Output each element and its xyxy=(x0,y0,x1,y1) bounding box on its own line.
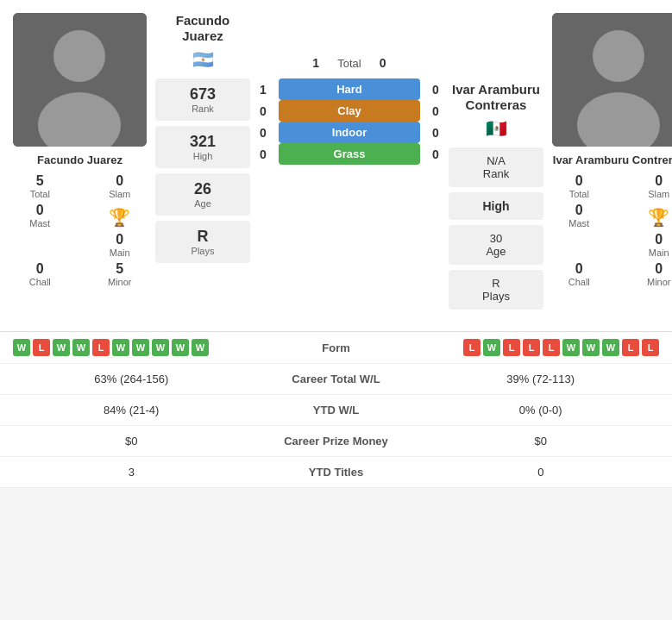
player1-rank-lbl: Rank xyxy=(159,103,247,114)
p1-form-0: W xyxy=(13,339,30,356)
player2-stats: 0 Total 0 Slam 0 Mast 🏆 0 Main xyxy=(548,173,672,287)
stats-label-2: Career Prize Money xyxy=(250,435,423,448)
p1-grass-score: 0 xyxy=(254,147,272,161)
p1-form-9: W xyxy=(192,339,209,356)
total-label: Total xyxy=(337,57,361,70)
player2-slam: 0 Slam xyxy=(628,173,673,199)
surface-rows: 1 Hard 0 0 Clay 0 0 Indoor 0 0 Grass 0 xyxy=(254,78,444,165)
stats-label-0: Career Total W/L xyxy=(250,373,423,385)
p1-form-badges: WLWWLWWWWW xyxy=(13,339,280,356)
p1-hard-score: 1 xyxy=(254,83,272,97)
player1-slam: 0 Slam xyxy=(89,173,152,199)
form-label: Form xyxy=(280,341,393,354)
player1-card: Facundo Juarez 5 Total 0 Slam 0 Mast 🏆 xyxy=(9,13,151,310)
player1-middle-stats: Facundo Juarez 🇦🇷 673 Rank 321 High 26 A… xyxy=(155,13,250,310)
player2-flag: 🇲🇽 xyxy=(486,118,507,139)
p1-form-3: W xyxy=(72,339,90,356)
stats-label-3: YTD Titles xyxy=(250,466,423,479)
indoor-badge: Indoor xyxy=(279,122,420,143)
total-row: 1 Total 0 xyxy=(307,56,391,70)
player1-mast: 0 Mast xyxy=(9,203,72,229)
player2-name-center: Ivar Aramburu Contreras xyxy=(449,82,543,113)
player2-rank-box: N/A Rank xyxy=(449,147,543,187)
player1-high-lbl: High xyxy=(159,151,247,161)
player2-rank-val: N/A xyxy=(452,154,540,167)
p2-clay-score: 0 xyxy=(427,104,444,118)
player1-flag: 🇦🇷 xyxy=(192,49,214,70)
player1-rank-box: 673 Rank xyxy=(155,78,250,121)
player2-chall: 0 Chall xyxy=(548,261,611,287)
p2-form-3: L xyxy=(523,339,540,356)
player2-name: Ivar Aramburu Contreras xyxy=(553,153,672,166)
bottom-section: WLWWLWWWWW Form LWLLLWWWLL 63% (264-156)… xyxy=(0,331,672,488)
p2-form-9: L xyxy=(642,339,659,356)
hard-badge: Hard xyxy=(279,78,420,100)
p2-form-1: W xyxy=(483,339,500,356)
trophy-center: 🏆 xyxy=(89,203,152,229)
stats-p2-2: $0 xyxy=(423,435,660,448)
svg-point-4 xyxy=(593,30,644,82)
player2-right-stats: Ivar Aramburu Contreras🇲🇽 N/A Rank High … xyxy=(449,13,543,310)
player2-avatar xyxy=(552,13,672,147)
player2-age-val: 30 xyxy=(452,232,540,245)
player1-name-center: Facundo Juarez xyxy=(155,13,250,44)
p2-form-6: W xyxy=(582,339,600,356)
p1-form-8: W xyxy=(172,339,189,356)
players-section: Facundo Juarez 5 Total 0 Slam 0 Mast 🏆 xyxy=(0,0,672,323)
p2-form-4: L xyxy=(543,339,560,356)
trophy-icon: 🏆 xyxy=(109,207,130,228)
p2-indoor-score: 0 xyxy=(427,126,444,140)
player1-high-box: 321 High xyxy=(155,126,250,168)
p2-form-2: L xyxy=(503,339,520,356)
player1-age-lbl: Age xyxy=(159,198,247,209)
surface-row-hard: 1 Hard 0 xyxy=(254,78,444,100)
player1-plays-lbl: Plays xyxy=(159,246,247,256)
player1-name: Facundo Juarez xyxy=(37,153,122,166)
center-scores: 1 Total 0 1 Hard 0 0 Clay 0 0 Indoor 0 0… xyxy=(254,13,444,310)
stats-row-0: 63% (264-156) Career Total W/L 39% (72-1… xyxy=(0,364,672,395)
stats-row-2: $0 Career Prize Money $0 xyxy=(0,426,672,457)
main-container: Facundo Juarez 5 Total 0 Slam 0 Mast 🏆 xyxy=(0,0,672,488)
player1-high-val: 321 xyxy=(159,133,247,151)
p1-clay-score: 0 xyxy=(254,104,272,118)
trophy-icon-2: 🏆 xyxy=(648,207,669,228)
player1-rank-val: 673 xyxy=(159,85,247,103)
p1-total-score: 1 xyxy=(307,56,324,70)
player2-card: Ivar Aramburu Contreras 0 Total 0 Slam 0… xyxy=(548,13,672,310)
stats-rows-container: 63% (264-156) Career Total W/L 39% (72-1… xyxy=(0,364,672,488)
clay-badge: Clay xyxy=(279,100,420,122)
player2-total: 0 Total xyxy=(548,173,611,199)
p2-total-score: 0 xyxy=(374,56,392,70)
player1-plays-val: R xyxy=(159,228,247,246)
player2-high-val: High xyxy=(452,199,540,213)
surface-row-clay: 0 Clay 0 xyxy=(254,100,444,122)
player2-high-box: High xyxy=(449,192,543,220)
surface-row-grass: 0 Grass 0 xyxy=(254,143,444,165)
stats-p2-1: 0% (0-0) xyxy=(423,404,660,416)
stats-p1-1: 84% (21-4) xyxy=(13,404,250,416)
player2-plays-val: R xyxy=(452,277,540,290)
player2-minor: 0 Minor xyxy=(628,261,673,287)
stats-p2-0: 39% (72-113) xyxy=(423,373,660,385)
stats-row-3: 3 YTD Titles 0 xyxy=(0,457,672,488)
player2-plays-box: R Plays xyxy=(449,270,543,310)
player2-mast: 0 Mast xyxy=(548,203,611,229)
player1-main: 0 Main xyxy=(89,232,152,258)
p2-form-7: W xyxy=(602,339,619,356)
p2-grass-score: 0 xyxy=(427,147,444,161)
p1-form-7: W xyxy=(152,339,169,356)
form-row: WLWWLWWWWW Form LWLLLWWWLL xyxy=(0,332,672,364)
player1-plays-box: R Plays xyxy=(155,221,250,263)
p2-form-8: L xyxy=(622,339,639,356)
p1-form-1: L xyxy=(33,339,50,356)
player1-total: 5 Total xyxy=(9,173,72,199)
p2-form-5: W xyxy=(562,339,580,356)
stats-row-1: 84% (21-4) YTD W/L 0% (0-0) xyxy=(0,395,672,426)
p2-hard-score: 0 xyxy=(427,83,444,97)
player2-age-box: 30 Age xyxy=(449,225,543,265)
player2-rank-lbl: Rank xyxy=(452,167,540,180)
p1-form-2: W xyxy=(53,339,70,356)
p1-indoor-score: 0 xyxy=(254,126,272,140)
p2-form-badges: LWLLLWWWLL xyxy=(393,339,660,356)
player1-age-box: 26 Age xyxy=(155,173,250,216)
